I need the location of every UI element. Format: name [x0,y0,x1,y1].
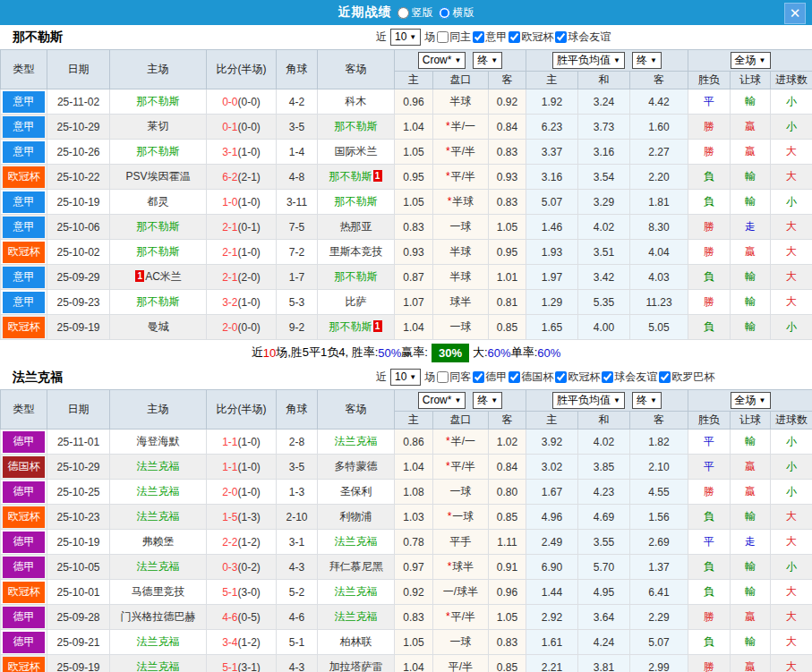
avg-away: 1.56 [630,505,688,530]
checkbox-input[interactable] [555,371,567,383]
team-link[interactable]: 那不勒斯 [137,145,180,157]
checkbox-input[interactable] [437,371,449,383]
odds-home: 1.07 [395,290,433,315]
team-link[interactable]: 那不勒斯 [137,220,180,233]
chevron-down-icon: ▼ [491,56,498,64]
odds-home: 1.04 [395,115,433,140]
team-link[interactable]: 曼城 [148,320,169,333]
result-outcome: 負 [688,190,731,215]
checkbox-input[interactable] [659,371,671,383]
result-goals: 大 [771,530,812,555]
filter-checkbox-欧冠杯[interactable]: 欧冠杯 [555,370,600,385]
avg-odds-select[interactable]: 胜平负均值▼ [552,52,625,69]
team-link[interactable]: 里斯本竞技 [329,245,383,258]
team-link[interactable]: 法兰克福 [137,485,180,498]
team-link[interactable]: 那不勒斯 [329,170,372,183]
corner-score: 3-1 [277,530,318,555]
team-link[interactable]: 那不勒斯 [335,270,378,283]
layout-radio-horizontal[interactable]: 横版 [439,5,474,21]
team-link[interactable]: 国际米兰 [335,145,378,157]
filter-checkbox-球会友谊[interactable]: 球会友谊 [602,370,657,385]
match-row: 德甲25-10-19弗赖堡2-2(1-2)3-1法兰克福0.78平手1.112.… [1,530,812,555]
avg-odds-select[interactable]: 胜平负均值▼ [552,392,625,409]
layout-radio-vertical[interactable]: 竖版 [397,5,433,21]
filter-checkbox-球会友谊[interactable]: 球会友谊 [555,30,611,45]
match-count-select[interactable]: 10▼ [390,29,421,46]
team-link[interactable]: 海登海默 [137,435,180,447]
team-link[interactable]: 那不勒斯 [137,95,180,107]
result-outcome: 負 [688,315,731,340]
team-link[interactable]: 利物浦 [340,510,372,523]
team-link[interactable]: 那不勒斯 [137,295,180,308]
checkbox-input[interactable] [555,31,567,43]
score-cell: 1-0(1-0) [207,190,277,215]
team-link[interactable]: 马德里竞技 [132,585,185,598]
odds-handicap: 一球 [433,630,489,655]
team-link[interactable]: 法兰克福 [335,435,378,447]
team-link[interactable]: 都灵 [148,195,169,208]
match-row: 意甲25-10-06那不勒斯2-1(0-1)7-5热那亚0.83一球1.051.… [1,215,812,240]
sub-col-header: 和 [578,72,630,89]
team-link[interactable]: 法兰克福 [137,560,180,573]
checkbox-input[interactable] [437,31,449,43]
filter-checkbox-德甲[interactable]: 德甲 [473,370,507,385]
avg-away: 4.03 [630,265,688,290]
checkbox-input[interactable] [473,371,484,383]
team-link[interactable]: 法兰克福 [137,510,180,523]
team-link[interactable]: 柏林联 [340,635,372,648]
team-link[interactable]: 那不勒斯 [335,195,378,208]
team-link[interactable]: 那不勒斯 [335,120,378,132]
filter-checkbox-同主[interactable]: 同主 [437,30,471,45]
checkbox-input[interactable] [473,31,484,43]
odds-source-select[interactable]: Crow*▼ [418,392,466,409]
filter-checkbox-意甲[interactable]: 意甲 [473,30,507,45]
team-link[interactable]: 法兰克福 [335,585,378,598]
league-badge: 德甲 [3,557,45,578]
odds-source-select[interactable]: Crow*▼ [418,52,466,69]
team-link[interactable]: 圣保利 [340,485,372,498]
match-count-select[interactable]: 10▼ [390,369,421,386]
odds-handicap: 一/球半 [433,580,489,605]
result-handicap: 輸 [731,165,771,190]
odds-final-select[interactable]: 终▼ [473,392,502,409]
team-link[interactable]: 比萨 [346,295,367,308]
fulltime-select[interactable]: 全场▼ [731,392,771,409]
team-link[interactable]: AC米兰 [145,270,182,283]
filter-checkbox-欧冠杯[interactable]: 欧冠杯 [509,30,553,45]
team-link[interactable]: 热那亚 [340,220,372,233]
odds-final-select[interactable]: 终▼ [473,52,502,69]
result-handicap: 走 [731,530,771,555]
team-link[interactable]: 多特蒙德 [335,460,378,472]
odds-home: 0.97 [395,555,433,580]
team-link[interactable]: 拜仁慕尼黑 [329,560,383,573]
vertical-radio-input[interactable] [397,7,409,19]
filter-checkbox-欧罗巴杯[interactable]: 欧罗巴杯 [659,370,714,385]
team-link[interactable]: 加拉塔萨雷 [329,660,383,672]
team-link[interactable]: 莱切 [148,120,169,132]
checkbox-input[interactable] [509,31,520,43]
avg-away: 2.20 [630,165,688,190]
filter-checkbox-同客[interactable]: 同客 [437,370,471,385]
horizontal-radio-input[interactable] [439,7,450,19]
team-link[interactable]: 门兴格拉德巴赫 [121,610,196,623]
team-link[interactable]: 弗赖堡 [142,535,175,548]
team-link[interactable]: 那不勒斯 [329,320,372,333]
summary-part: 近 [252,345,263,361]
summary-part: 50% [378,346,401,360]
team-link[interactable]: 科木 [346,95,367,107]
checkbox-input[interactable] [602,371,613,383]
odds-home: 0.83 [395,215,433,240]
team-link[interactable]: 法兰克福 [335,535,378,548]
team-link[interactable]: 法兰克福 [335,610,378,623]
team-link[interactable]: 那不勒斯 [137,245,180,258]
avg-final-select[interactable]: 终▼ [632,52,662,69]
filter-checkbox-德国杯[interactable]: 德国杯 [509,370,553,385]
close-icon[interactable]: ✕ [784,3,806,24]
team-link[interactable]: 法兰克福 [137,635,180,648]
team-link[interactable]: PSV埃因霍温 [125,170,190,183]
checkbox-input[interactable] [509,371,520,383]
avg-final-select[interactable]: 终▼ [632,392,662,409]
team-link[interactable]: 法兰克福 [137,660,180,672]
team-link[interactable]: 法兰克福 [137,460,180,472]
fulltime-select[interactable]: 全场▼ [731,52,771,69]
